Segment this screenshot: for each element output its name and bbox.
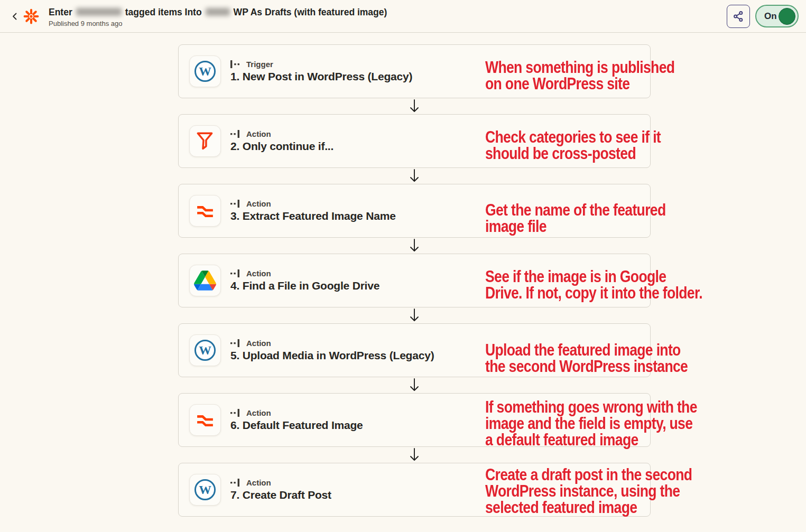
step-text: Action 2. Only continue if... <box>230 129 333 153</box>
step-text: Action 3. Extract Featured Image Name <box>230 199 396 222</box>
app-icon-box <box>189 195 221 227</box>
wordpress-icon: W <box>194 339 216 361</box>
app-icon-box <box>189 404 221 436</box>
step-card-7[interactable]: W Action 7. Create Draft Post <box>178 463 651 517</box>
step-title: 6. Default Featured Image <box>230 419 363 432</box>
share-button[interactable] <box>727 5 750 28</box>
action-icon <box>230 409 242 417</box>
step-card-6[interactable]: Action 6. Default Featured Image <box>178 393 651 447</box>
down-arrow-icon <box>408 169 421 184</box>
step-text: Action 4. Find a File in Google Drive <box>230 269 379 292</box>
step-title: 2. Only continue if... <box>230 140 333 153</box>
wordpress-icon: W <box>194 479 216 501</box>
title-block: Enter tagged items Into WP As Drafts (wi… <box>49 5 727 27</box>
zap-title-middle: tagged items Into <box>125 6 202 18</box>
step-title: 5. Upload Media in WordPress (Legacy) <box>230 349 434 362</box>
down-arrow-icon <box>408 378 421 393</box>
zapier-logo-icon[interactable] <box>22 7 40 25</box>
formatter-icon <box>194 409 216 431</box>
top-bar-actions: On <box>727 5 799 28</box>
svg-text:W: W <box>199 343 211 357</box>
step-type-label: Action <box>246 269 271 278</box>
step-card-4[interactable]: Action 4. Find a File in Google Drive <box>178 254 651 307</box>
step-text: Action 7. Create Draft Post <box>230 478 331 501</box>
app-icon-box: W <box>189 474 221 506</box>
zap-title-suffix: WP As Drafts (with featured image) <box>234 6 387 18</box>
formatter-icon <box>194 200 216 222</box>
step-type-label: Action <box>246 478 271 487</box>
step-card-2[interactable]: Action 2. Only continue if... <box>178 114 651 168</box>
down-arrow-icon <box>408 448 421 463</box>
toggle-label: On <box>764 11 779 22</box>
action-icon <box>230 130 242 138</box>
zap-title-prefix: Enter <box>49 6 72 18</box>
action-icon <box>230 269 242 277</box>
step-title: 1. New Post in WordPress (Legacy) <box>230 70 412 83</box>
action-icon <box>230 479 242 487</box>
chevron-left-icon <box>11 12 19 21</box>
action-icon <box>230 200 242 208</box>
step-card-3[interactable]: Action 3. Extract Featured Image Name <box>178 184 651 238</box>
svg-text:W: W <box>199 64 211 78</box>
down-arrow-icon <box>408 99 421 114</box>
step-title: 3. Extract Featured Image Name <box>230 210 396 222</box>
app-icon-box <box>189 125 221 157</box>
step-type-label: Action <box>246 129 271 138</box>
step-type-label: Action <box>246 408 271 417</box>
zap-overview-page: Enter tagged items Into WP As Drafts (wi… <box>0 0 806 532</box>
app-icon-box: W <box>189 55 221 87</box>
step-title: 4. Find a File in Google Drive <box>230 279 379 292</box>
trigger-icon <box>230 60 242 68</box>
redacted-text <box>206 8 230 16</box>
down-arrow-icon <box>408 309 421 323</box>
app-icon-box <box>189 265 221 296</box>
redacted-text <box>76 8 122 16</box>
step-card-5[interactable]: W Action 5. Upload Media in WordPress (L… <box>178 323 651 377</box>
svg-text:W: W <box>199 483 211 497</box>
zap-on-off-toggle[interactable]: On <box>755 5 799 27</box>
back-button[interactable] <box>7 7 22 26</box>
filter-icon <box>194 130 216 152</box>
toggle-knob <box>779 8 795 25</box>
action-icon <box>230 339 242 347</box>
zap-title: Enter tagged items Into WP As Drafts (wi… <box>49 6 727 18</box>
step-type-label: Action <box>246 199 271 208</box>
step-title: 7. Create Draft Post <box>230 489 331 501</box>
down-arrow-icon <box>408 239 421 254</box>
top-bar: Enter tagged items Into WP As Drafts (wi… <box>0 0 806 33</box>
step-type-label: Action <box>246 339 271 348</box>
step-text: Action 5. Upload Media in WordPress (Leg… <box>230 339 434 362</box>
step-card-1[interactable]: W Trigger 1. New Post in WordPress (Lega… <box>178 44 651 98</box>
wordpress-icon: W <box>194 60 216 82</box>
google-drive-icon <box>194 269 216 292</box>
published-status: Published 9 months ago <box>49 20 727 27</box>
step-text: Action 6. Default Featured Image <box>230 408 363 432</box>
app-icon-box: W <box>189 334 221 366</box>
step-type-label: Trigger <box>246 60 273 69</box>
share-nodes-icon <box>732 10 745 23</box>
step-text: Trigger 1. New Post in WordPress (Legacy… <box>230 60 412 83</box>
